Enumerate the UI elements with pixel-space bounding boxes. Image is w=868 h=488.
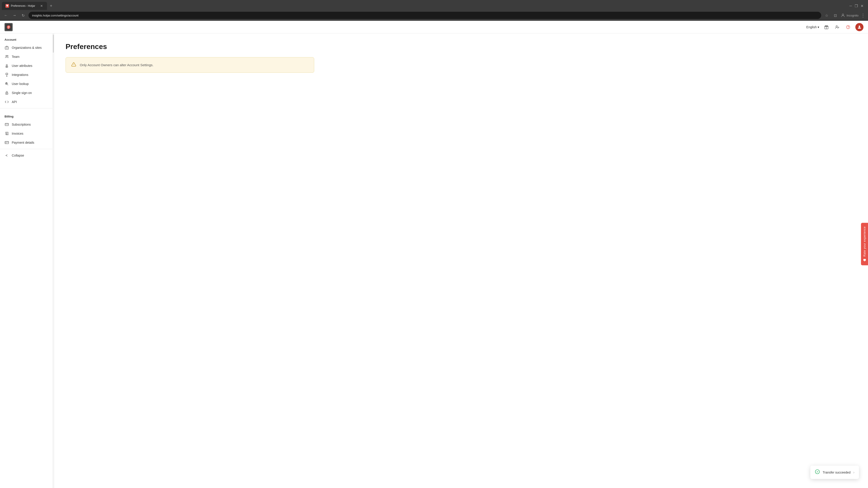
sidebar-item-integrations[interactable]: Integrations: [0, 70, 54, 79]
back-button[interactable]: ←: [3, 12, 9, 19]
credit-card-icon: [4, 140, 9, 145]
user-lookup-label: User lookup: [12, 82, 29, 86]
sidebar-item-invoices[interactable]: Invoices: [0, 129, 54, 138]
minimize-button[interactable]: ─: [849, 4, 852, 8]
app-body: Account Organizations & sites: [0, 33, 868, 488]
close-button[interactable]: ✕: [861, 4, 864, 8]
svg-point-13: [859, 26, 860, 27]
language-selector[interactable]: English ▾: [806, 25, 819, 29]
checkmark-icon: [815, 469, 820, 474]
sidebar-item-user-lookup[interactable]: User lookup: [0, 79, 54, 88]
new-tab-button[interactable]: +: [48, 3, 54, 9]
gift-icon[interactable]: [823, 24, 830, 31]
billing-section-label: Billing: [0, 110, 54, 120]
integrations-label: Integrations: [12, 73, 28, 76]
people-icon: [4, 55, 9, 59]
user-avatar-icon: [857, 25, 862, 29]
building-icon: [4, 45, 9, 50]
add-user-icon[interactable]: [834, 24, 841, 31]
rate-experience-label: Rate your experience: [863, 226, 866, 257]
sidebar-item-payment-details[interactable]: Payment details: [0, 138, 54, 147]
svg-point-0: [842, 14, 844, 15]
restore-button[interactable]: ❐: [855, 4, 858, 8]
svg-rect-42: [863, 259, 866, 261]
page-title: Preferences: [66, 42, 857, 51]
warning-svg: [71, 62, 76, 67]
user-attributes-label: User attributes: [12, 64, 32, 68]
tab-close-button[interactable]: ✕: [40, 4, 43, 8]
account-section-label: Account: [0, 33, 54, 43]
sidebar-scrollbar-thumb: [53, 35, 54, 53]
browser-menu-button[interactable]: ⋮: [861, 13, 865, 18]
sidebar-collapse-button[interactable]: Collapse: [0, 151, 54, 160]
billing-divider: [0, 149, 54, 149]
reload-button[interactable]: ↻: [20, 12, 26, 19]
sidebar-divider: [0, 108, 54, 108]
sidebar-item-single-sign-on[interactable]: Single sign-on: [0, 88, 54, 97]
language-label: English: [806, 25, 817, 29]
organizations-label: Organizations & sites: [12, 46, 41, 50]
warning-icon: [71, 62, 76, 68]
single-sign-on-label: Single sign-on: [12, 91, 32, 95]
person-search-icon: [4, 82, 9, 86]
help-svg: [846, 25, 850, 29]
svg-point-18: [6, 55, 7, 57]
payment-details-label: Payment details: [12, 141, 34, 144]
add-user-svg: [835, 25, 839, 29]
subscriptions-label: Subscriptions: [12, 123, 31, 126]
collapse-icon: [4, 153, 9, 158]
extension-icon[interactable]: ⊡: [832, 12, 838, 19]
sidebar-item-user-attributes[interactable]: User attributes: [0, 61, 54, 70]
incognito-icon: [841, 13, 845, 18]
help-icon[interactable]: [844, 24, 852, 31]
svg-rect-4: [8, 27, 9, 28]
plug-icon: [4, 72, 9, 77]
main-content: Preferences Only Account Owners can alte…: [54, 33, 868, 488]
tab-favicon: [5, 4, 9, 8]
incognito-badge: Incognito: [841, 13, 859, 18]
svg-rect-36: [5, 141, 9, 144]
warning-banner: Only Account Owners can alter Account Se…: [66, 57, 314, 73]
app-logo[interactable]: [4, 23, 13, 31]
svg-rect-31: [5, 123, 8, 126]
svg-rect-24: [6, 73, 8, 75]
forward-button[interactable]: →: [11, 12, 18, 19]
sidebar-item-api[interactable]: API: [0, 97, 54, 106]
url-bar[interactable]: insights.hotjar.com/settings/account: [29, 12, 821, 19]
team-label: Team: [12, 55, 20, 59]
svg-rect-5: [8, 28, 9, 29]
svg-rect-3: [8, 26, 9, 27]
sidebar-item-team[interactable]: Team: [0, 52, 54, 61]
user-avatar[interactable]: [855, 23, 864, 31]
active-tab[interactable]: Preferences - Hotjar ✕: [2, 2, 47, 10]
collapse-label: Collapse: [12, 154, 24, 157]
incognito-label: Incognito: [846, 14, 859, 17]
language-dropdown-icon: ▾: [817, 25, 819, 29]
toast-notification: Transfer succeeded ›: [810, 466, 859, 479]
gift-svg: [824, 25, 829, 29]
svg-point-30: [6, 93, 7, 94]
person-badge-icon: [4, 64, 9, 68]
browser-chrome: Preferences - Hotjar ✕ + ─ ❐ ✕ ← → ↻ ins…: [0, 0, 868, 21]
svg-point-8: [836, 26, 837, 27]
rate-experience-tab[interactable]: Rate your experience: [861, 223, 868, 265]
svg-point-20: [6, 64, 7, 66]
window-controls: ─ ❐ ✕: [847, 4, 866, 8]
lock-icon: [4, 91, 9, 95]
sidebar: Account Organizations & sites: [0, 33, 54, 160]
browser-toolbar: ← → ↻ insights.hotjar.com/settings/accou…: [0, 10, 868, 21]
url-text: insights.hotjar.com/settings/account: [32, 14, 79, 17]
bookmark-icon[interactable]: ☆: [824, 12, 830, 19]
sidebar-item-subscriptions[interactable]: Subscriptions: [0, 120, 54, 129]
code-icon: [4, 100, 9, 104]
toast-arrow-icon: ›: [853, 470, 855, 475]
sidebar-scrollbar-track[interactable]: [53, 33, 54, 488]
invoices-label: Invoices: [12, 132, 23, 135]
sidebar-item-organizations[interactable]: Organizations & sites: [0, 43, 54, 52]
subscription-icon: [4, 122, 9, 127]
toast-success-icon: [815, 469, 820, 475]
svg-point-28: [6, 83, 7, 84]
sidebar-wrapper: Account Organizations & sites: [0, 33, 54, 488]
tab-bar: Preferences - Hotjar ✕ + ─ ❐ ✕: [0, 0, 868, 10]
svg-point-19: [7, 55, 8, 57]
